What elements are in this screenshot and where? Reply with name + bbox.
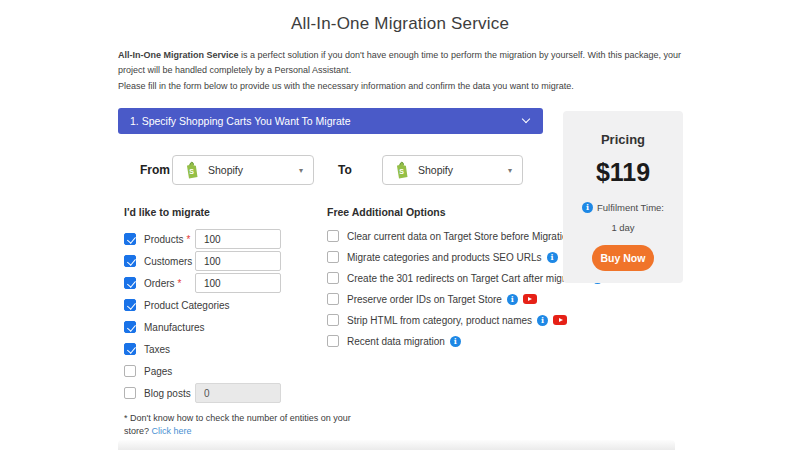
migrate-row-pages: Pages — [124, 361, 324, 381]
checkbox-manufactures[interactable] — [124, 321, 136, 333]
from-label: From — [140, 163, 170, 177]
info-icon[interactable] — [450, 336, 461, 347]
info-icon[interactable] — [507, 294, 518, 305]
migrate-row-orders: Orders* — [124, 273, 324, 293]
fulfillment-label: Fulfilment Time: — [597, 202, 664, 213]
products-count-input[interactable] — [195, 229, 281, 249]
migrate-label: Orders* — [144, 278, 181, 289]
page: All-In-One Migration Service All-In-One … — [0, 0, 800, 450]
option-label: Recent data migration — [347, 336, 445, 347]
checkbox-customers[interactable] — [124, 255, 136, 267]
migrate-row-customers: Customers* — [124, 251, 324, 271]
migrate-row-product-categories: Product Categories — [124, 295, 324, 315]
option-label: Clear current data on Target Store befor… — [347, 231, 573, 242]
migrate-entities-column: I'd like to migrate Products* Customers*… — [124, 206, 324, 438]
customers-count-input[interactable] — [195, 251, 281, 271]
info-icon[interactable] — [537, 315, 548, 326]
migrate-heading: I'd like to migrate — [124, 206, 324, 218]
checkbox-blog-posts[interactable] — [124, 387, 136, 399]
intro-paragraph: All-In-One Migration Service is a perfec… — [118, 48, 696, 78]
from-cart-value: Shopify — [208, 164, 243, 176]
info-icon[interactable] — [547, 252, 558, 263]
youtube-icon[interactable] — [523, 294, 537, 304]
info-icon[interactable] — [582, 202, 593, 213]
option-row-preserve-order-ids: Preserve order IDs on Target Store — [327, 292, 562, 306]
fulfillment-row: Fulfilment Time: — [563, 202, 683, 213]
free-options-column: Free Additional Options Clear current da… — [327, 206, 562, 355]
caret-down-icon: ▾ — [299, 166, 303, 175]
shopify-icon: S — [393, 161, 409, 179]
migrate-label: Pages — [144, 366, 172, 377]
option-row-seo-urls: Migrate categories and products SEO URLs — [327, 250, 562, 264]
option-row-clear-data: Clear current data on Target Store befor… — [327, 229, 562, 243]
migrate-label: Customers* — [144, 256, 199, 267]
intro-text: All-In-One Migration Service is a perfec… — [118, 48, 696, 95]
page-title: All-In-One Migration Service — [0, 14, 800, 34]
checkbox-products[interactable] — [124, 233, 136, 245]
click-here-link[interactable]: Click here — [152, 426, 192, 436]
entities-footnote: * Don't know how to check the number of … — [124, 412, 354, 438]
required-star: * — [178, 278, 182, 289]
checkbox-strip-html[interactable] — [327, 314, 339, 326]
checkbox-recent-data[interactable] — [327, 335, 339, 347]
checkbox-seo-urls[interactable] — [327, 251, 339, 263]
migrate-label: Blog posts — [144, 388, 191, 399]
checkbox-product-categories[interactable] — [124, 299, 136, 311]
orders-count-input[interactable] — [195, 273, 281, 293]
checkbox-preserve-order-ids[interactable] — [327, 293, 339, 305]
svg-text:S: S — [399, 168, 404, 175]
migrate-label: Products* — [144, 234, 190, 245]
section-1-title: 1. Specify Shopping Carts You Want To Mi… — [130, 115, 351, 127]
checkbox-301-redirects[interactable] — [327, 272, 339, 284]
fulfillment-value: 1 day — [563, 222, 683, 233]
chevron-down-icon — [522, 115, 530, 123]
shopify-icon: S — [183, 161, 199, 179]
checkbox-clear-data[interactable] — [327, 230, 339, 242]
options-heading: Free Additional Options — [327, 206, 562, 218]
option-row-recent-data: Recent data migration — [327, 334, 562, 348]
pricing-panel: Pricing $119 Fulfilment Time: 1 day Buy … — [563, 111, 683, 283]
intro-bold-text: All-In-One Migration Service — [118, 50, 239, 60]
checkbox-pages[interactable] — [124, 365, 136, 377]
checkbox-taxes[interactable] — [124, 343, 136, 355]
migrate-row-blog-posts: Blog posts — [124, 383, 324, 403]
from-cart-select[interactable]: S Shopify ▾ — [172, 155, 314, 185]
to-cart-value: Shopify — [418, 164, 453, 176]
option-label: Preserve order IDs on Target Store — [347, 294, 502, 305]
next-section-bar[interactable] — [118, 440, 675, 450]
option-row-strip-html: Strip HTML from category, product names — [327, 313, 562, 327]
option-row-301-redirects: Create the 301 redirects on Target Cart … — [327, 271, 562, 285]
svg-text:S: S — [189, 168, 194, 175]
migrate-label: Product Categories — [144, 300, 230, 311]
migrate-label: Manufactures — [144, 322, 205, 333]
migrate-label: Taxes — [144, 344, 170, 355]
to-label: To — [338, 163, 352, 177]
migrate-row-manufactures: Manufactures — [124, 317, 324, 337]
option-label: Migrate categories and products SEO URLs — [347, 252, 542, 263]
to-cart-select[interactable]: S Shopify ▾ — [382, 155, 523, 185]
section-1-header[interactable]: 1. Specify Shopping Carts You Want To Mi… — [118, 108, 543, 134]
cart-selection-row: From S Shopify ▾ To S Shopify ▾ — [118, 155, 543, 185]
price-value: $119 — [563, 158, 683, 187]
migrate-row-products: Products* — [124, 229, 324, 249]
migrate-row-taxes: Taxes — [124, 339, 324, 359]
intro-instruction: Please fill in the form below to provide… — [118, 79, 696, 94]
pricing-heading: Pricing — [563, 132, 683, 147]
checkbox-orders[interactable] — [124, 277, 136, 289]
blog-posts-count-input — [195, 383, 281, 403]
required-star: * — [186, 234, 190, 245]
option-label: Strip HTML from category, product names — [347, 315, 532, 326]
option-label: Create the 301 redirects on Target Cart … — [347, 273, 587, 284]
youtube-icon[interactable] — [553, 315, 567, 325]
caret-down-icon: ▾ — [508, 166, 512, 175]
buy-now-button[interactable]: Buy Now — [592, 245, 654, 271]
